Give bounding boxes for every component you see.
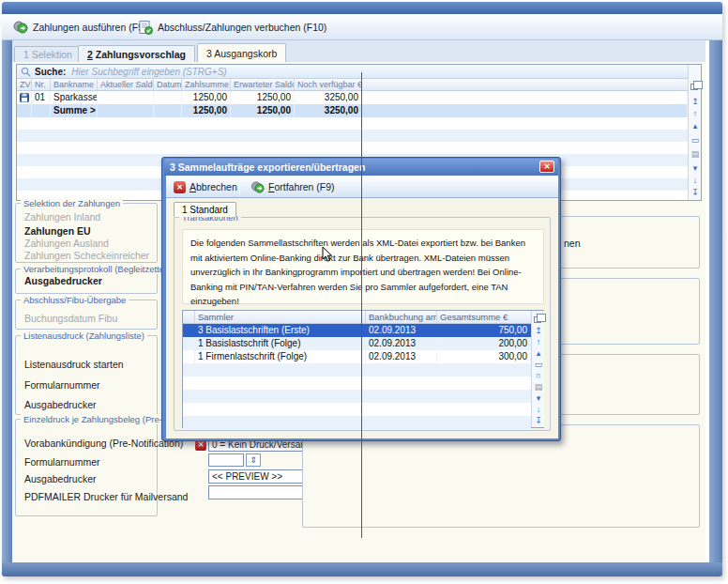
- cell-noch-verfuegbar: 3250,00: [295, 91, 362, 104]
- cell-bankbuchung: 02.09.2013: [366, 337, 437, 350]
- empty-row: [183, 416, 531, 429]
- bank-grid-header[interactable]: ZV Nr. Bankname Aktueller Saldo € Datum …: [17, 79, 688, 91]
- group-title: Abschluss/Fibu-Übergabe: [21, 295, 129, 305]
- previous-icon[interactable]: ▴: [690, 121, 701, 131]
- label-zahlungen-ausland: Zahlungen Ausland: [24, 238, 109, 249]
- tab-selektion-label: 1 Selektion: [23, 49, 72, 60]
- abort-button[interactable]: ✕ Abbrechen: [168, 178, 243, 195]
- dialog-tab-standard[interactable]: 1 Standard: [174, 202, 236, 217]
- label-ausgabedrucker: Ausgabedrucker: [24, 275, 102, 286]
- cell-nr: 01: [32, 91, 51, 104]
- print-icon[interactable]: ▤: [533, 382, 544, 392]
- main-toolbar: Zahlungen ausführen (F9) Abschluss/Zahlu…: [2, 14, 722, 40]
- tab-ausgangskorb-label: 3 Ausgangskorb: [206, 48, 277, 59]
- group-verarbeitungsprotokoll: Verarbeitungsprotokoll (Begleitzettel) A…: [15, 269, 158, 294]
- sammler-row-3[interactable]: 1 Firmenlastschrift (Folge) 02.09.2013 3…: [183, 350, 531, 363]
- copy-grid-icon[interactable]: [534, 316, 541, 323]
- tab-selektion[interactable]: 1 Selektion: [14, 46, 82, 62]
- formularnummer-spinner-icon[interactable]: ⇕: [246, 453, 261, 467]
- label-vorabankuendigung: Vorabankündigung (Pre-Notification): [24, 438, 183, 449]
- book-payments-button[interactable]: Abschluss/Zahlungen verbuchen (F10): [131, 17, 334, 38]
- search-label: Suche:: [35, 67, 66, 77]
- go-bottom-icon[interactable]: ↧: [690, 188, 701, 198]
- sum-aktueller-saldo: [98, 104, 154, 117]
- formularnummer-input[interactable]: [208, 453, 244, 467]
- book-payments-label: Abschluss/Zahlungen verbuchen (F10): [158, 22, 326, 33]
- dialog-toolbar: ✕ Abbrechen Fortfahren (F9): [166, 176, 558, 198]
- go-top-icon[interactable]: ↥: [533, 326, 544, 336]
- col-bankbuchung[interactable]: Bankbuchung am: [366, 311, 437, 323]
- select-cell-icon[interactable]: ▭: [690, 135, 701, 146]
- col-zv[interactable]: ZV: [17, 79, 32, 90]
- label-listenausdruck-starten: Listenausdruck starten: [24, 359, 124, 370]
- col-indicator: [183, 311, 195, 323]
- col-filler: [362, 79, 688, 90]
- dialog-toolbar-divider: [239, 177, 240, 195]
- cell-gesamtsumme: 300,00: [437, 350, 531, 363]
- cell-gesamtsumme: 200,00: [437, 337, 531, 350]
- copy-grid-icon[interactable]: [690, 84, 698, 90]
- next-icon[interactable]: ▾: [533, 393, 544, 404]
- abort-icon: ✕: [174, 181, 186, 193]
- group-title: Verarbeitungsprotokoll (Begleitzettel): [21, 264, 172, 274]
- tab-ausgangskorb[interactable]: 3 Ausgangskorb: [197, 43, 286, 62]
- mouse-cursor: [322, 246, 333, 263]
- move-down-icon[interactable]: ↓: [690, 176, 701, 186]
- sum-zahlsumme: 1250,00: [182, 104, 231, 117]
- dialog-close-button[interactable]: ✕: [539, 161, 554, 173]
- col-zahlsumme[interactable]: Zahlsumme €: [182, 79, 231, 90]
- next-icon[interactable]: ▾: [690, 163, 701, 174]
- clipped-label-fragment: nen: [564, 238, 581, 249]
- sum-label: Summe >: [51, 104, 98, 117]
- col-gesamtsumme[interactable]: Gesamtsumme €: [437, 311, 531, 323]
- bank-row-sparkasse[interactable]: 01 Sparkasse 1250,00 1250,00 3250,00: [17, 91, 688, 104]
- group-title: Selektion der Zahlungen: [21, 198, 123, 208]
- move-up-icon[interactable]: ↑: [533, 337, 544, 347]
- ausgabedrucker-value: << PREVIEW >>: [212, 471, 282, 482]
- cell-bankname: Sparkasse: [51, 91, 98, 104]
- continue-button[interactable]: Fortfahren (F9): [245, 178, 341, 195]
- window-titlebar: [2, 2, 722, 14]
- transaktionen-groupbox: Transaktionen Die folgenden Sammellastsc…: [174, 217, 551, 431]
- move-up-icon[interactable]: ↑: [690, 109, 701, 119]
- go-bottom-icon[interactable]: ↧: [533, 416, 544, 426]
- empty-row: [183, 403, 531, 416]
- col-bankname[interactable]: Bankname: [51, 79, 98, 90]
- print-icon[interactable]: ▤: [690, 149, 701, 160]
- dialog-message: Die folgenden Sammellastschriften werden…: [182, 229, 544, 304]
- sammler-row-2[interactable]: 1 Basislastschrift (Folge) 02.09.2013 20…: [183, 337, 531, 350]
- execute-payments-icon: [13, 21, 28, 34]
- move-down-icon[interactable]: ↓: [533, 405, 544, 415]
- select-cell-icon[interactable]: ▭: [533, 360, 544, 370]
- label-zahlungen-scheckeinreicher: Zahlungen Scheckeinreicher: [24, 250, 149, 261]
- col-datum[interactable]: Datum: [154, 79, 182, 90]
- label-zahlungen-eu: Zahlungen EU: [24, 225, 91, 237]
- empty-row: [17, 142, 688, 154]
- main-tabstrip: 1 Selektion 2 Zahlungsvorschlag 3 Ausgan…: [2, 40, 722, 62]
- empty-row: [17, 130, 688, 142]
- group-einzeldruck: Einzeldruck je Zahlungsbeleg (Pre-Notifi…: [15, 419, 158, 516]
- col-noch-verfuegbar[interactable]: Noch verfügbar €: [295, 79, 362, 90]
- abort-label: Abbrechen: [190, 181, 237, 192]
- col-nr[interactable]: Nr.: [32, 79, 51, 90]
- column-resize-guideline: [361, 72, 362, 538]
- empty-row: [183, 363, 531, 377]
- cell-sammler: 1 Basislastschrift (Folge): [195, 337, 366, 350]
- col-erwarteter-saldo[interactable]: Erwarteter Saldo €: [231, 79, 295, 90]
- search-row-icon[interactable]: ○: [533, 371, 544, 381]
- sammler-row-1[interactable]: 3 Basislastschriften (Erste) 02.09.2013 …: [183, 324, 531, 337]
- row-indicator: [183, 324, 195, 337]
- col-sammler[interactable]: Sammler: [195, 311, 366, 323]
- col-aktueller-saldo[interactable]: Aktueller Saldo €: [98, 79, 154, 90]
- grid-search-bar: Suche:: [17, 65, 701, 79]
- cell-zahlsumme: 1250,00: [182, 91, 231, 104]
- go-top-icon[interactable]: ↥: [690, 97, 701, 107]
- previous-icon[interactable]: ▴: [533, 348, 544, 359]
- continue-icon: [250, 181, 265, 193]
- sammler-table-header[interactable]: Sammler Bankbuchung am Gesamtsumme €: [183, 311, 531, 324]
- label-ausgabedrucker: Ausgabedrucker: [24, 399, 96, 410]
- tab-zahlungsvorschlag[interactable]: 2 Zahlungsvorschlag: [78, 45, 195, 62]
- search-input[interactable]: [71, 67, 353, 77]
- dialog-tab-label: 1 Standard: [182, 205, 228, 215]
- empty-row: [17, 117, 688, 130]
